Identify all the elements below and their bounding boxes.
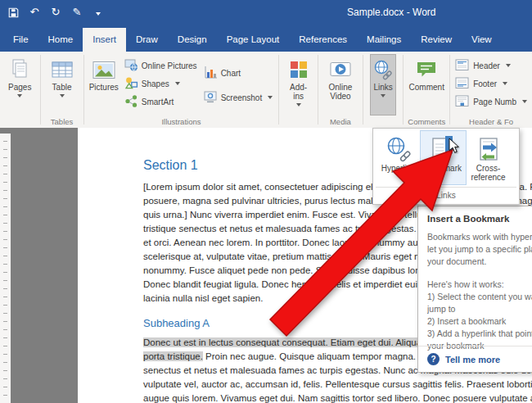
cross-reference-icon [475,134,503,164]
chart-button[interactable]: Chart [201,61,277,85]
group-links: Links [363,52,404,128]
pages-button[interactable]: Pages [6,54,34,115]
screenshot-button[interactable]: Screenshot [201,85,277,110]
table-button[interactable]: Table [49,54,75,115]
tooltip-text: 3) Add a hyperlink that points to [427,328,532,340]
help-icon: ? [427,353,440,365]
tooltip-text: your document. [427,256,532,268]
bookmark-button[interactable]: Bookmark [421,131,466,184]
header-icon [455,59,470,73]
group-comments: Comment Comments [404,52,449,128]
tooltip-text: let you jump to a specific place in [427,243,532,256]
footer-button[interactable]: Footer [452,75,530,93]
group-label-comments: Comments [404,117,449,126]
tell-me-more-link[interactable]: Tell me more [445,355,500,365]
online-video-button[interactable]: Online Video [326,54,354,115]
title-bar: ↶ ↻ ✎ Sample.docx - Word [0,0,532,25]
tooltip-text: 1) Select the content you want to [427,291,532,303]
hyperlink-button[interactable]: Hyperlink [376,131,421,184]
group-label-tables: Tables [40,117,83,126]
chevron-down-icon [296,103,301,106]
chevron-down-icon [381,94,385,97]
addins-button[interactable]: Add- ins [286,54,311,115]
vertical-ruler[interactable] [0,134,11,403]
chevron-down-icon [522,100,527,103]
online-video-icon [330,57,351,83]
tooltip-text: 2) Insert a bookmark [427,315,532,328]
chevron-down-icon [503,82,507,85]
header-button[interactable]: Header [452,57,530,75]
group-media: Online Video Media [318,52,363,128]
group-label-illustrations: Illustrations [84,117,279,126]
tab-mailings[interactable]: Mailings [357,28,411,52]
addins-icon [289,57,309,83]
flyout-group-label: Links [376,187,516,204]
tooltip-footer: ? Tell me more [418,346,532,372]
tab-home[interactable]: Home [38,28,83,52]
footer-icon [455,77,470,91]
shapes-button[interactable]: Shapes [121,75,201,93]
bookmark-tooltip: Insert a Bookmark Bookmarks work with hy… [417,206,532,373]
window-title: Sample.docx - Word [347,7,436,18]
chart-icon [204,66,218,81]
tooltip-text: Here's how it works: [427,278,532,291]
group-addins: Add- ins [279,52,318,128]
chevron-down-icon [506,64,511,67]
smartart-icon [124,94,138,110]
comment-button[interactable]: Comment [407,54,447,115]
chevron-down-icon [60,94,65,97]
tab-page-layout[interactable]: Page Layout [217,28,290,52]
tooltip-text: Bookmarks work with hyperlinks to [427,231,532,243]
cross-reference-button[interactable]: Cross-reference [466,131,511,184]
paragraph-line: augue quis lorem. Vivamus eget dui. Nam … [143,392,532,403]
customize-qat-icon[interactable] [92,6,105,19]
page-number-icon [455,95,470,109]
tab-draw[interactable]: Draw [126,28,168,52]
redo-icon[interactable]: ↻ [49,6,62,19]
group-label-header-footer: Header & Fo [450,117,532,126]
tab-review[interactable]: Review [411,28,462,52]
screenshot-icon [204,90,218,106]
illustrations-column-1: Online Pictures Shapes [121,54,201,115]
chevron-down-icon [268,96,273,99]
illustrations-column-2: Chart Screenshot [201,54,277,115]
table-icon [52,57,73,83]
links-flyout: Hyperlink Bookmark Cross-re [372,128,520,205]
comment-icon [416,57,437,83]
online-pictures-icon [124,58,138,74]
undo-icon[interactable]: ↶ [28,6,41,19]
pages-icon [10,57,29,83]
smartart-button[interactable]: SmartArt [121,93,201,111]
page-number-button[interactable]: Page Numb [452,93,530,111]
pen-mode-icon[interactable]: ✎ [70,6,83,19]
pictures-button[interactable]: Pictures [87,54,121,115]
tooltip-title: Insert a Bookmark [427,214,532,224]
header-footer-column: Header Footer [452,54,530,115]
tab-file[interactable]: File [3,28,38,52]
group-tables: Table Tables [40,52,83,128]
group-header-footer: Header Footer [450,52,532,128]
links-icon [372,57,394,83]
tab-design[interactable]: Design [168,28,217,52]
selected-text: porta tristique. [143,351,203,361]
hyperlink-icon [385,134,413,164]
tooltip-text: jump to [427,303,532,315]
quick-access-toolbar: ↶ ↻ ✎ [7,0,105,25]
group-pages: Pages [0,52,40,128]
group-label-media: Media [318,117,363,126]
pictures-icon [92,57,115,83]
tab-references[interactable]: References [289,28,357,52]
word-window: { "title_bar": { "title": "Sample.docx -… [0,0,532,403]
tab-view[interactable]: View [462,28,502,52]
shapes-icon [124,76,138,92]
bookmark-icon [430,134,458,164]
paragraph-line: vulputate vel, auctor ac, accumsan id, f… [143,378,532,392]
chevron-down-icon [17,94,22,97]
online-pictures-button[interactable]: Online Pictures [121,57,201,75]
group-illustrations: Pictures Online Pictures [84,52,279,128]
links-button[interactable]: Links [370,54,396,115]
ribbon-tab-bar: File Home Insert Draw Design Page Layout… [0,25,532,52]
ribbon: Pages Table Tables [0,52,532,129]
save-icon[interactable] [7,6,20,19]
tab-insert[interactable]: Insert [83,28,126,52]
